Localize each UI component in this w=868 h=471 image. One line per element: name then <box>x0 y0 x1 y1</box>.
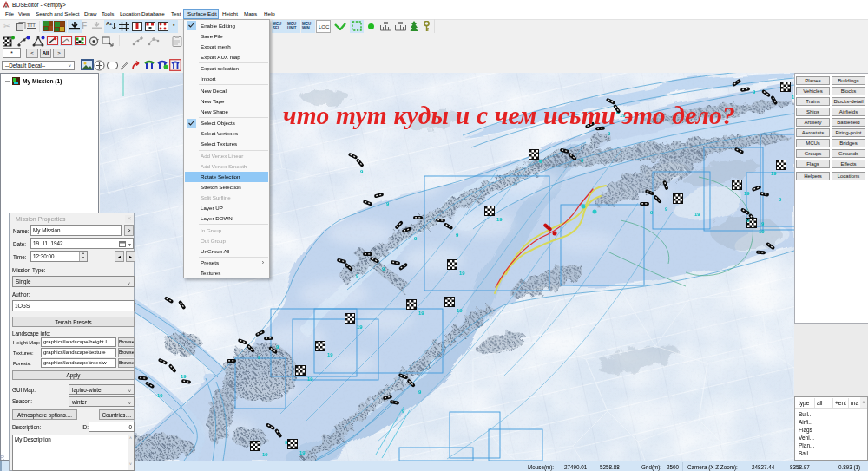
svg-text:19: 19 <box>357 324 363 330</box>
svg-text:10: 10 <box>157 393 163 398</box>
svg-text:19: 19 <box>327 352 333 357</box>
svg-text:19: 19 <box>771 171 777 176</box>
svg-text:19: 19 <box>759 229 765 234</box>
svg-text:19: 19 <box>307 376 313 382</box>
svg-text:19: 19 <box>181 374 187 379</box>
svg-text:19: 19 <box>299 450 306 455</box>
svg-text:19: 19 <box>694 212 700 217</box>
svg-text:19: 19 <box>418 311 424 316</box>
svg-text:19: 19 <box>262 452 268 457</box>
svg-text:19: 19 <box>744 191 750 196</box>
svg-text:19: 19 <box>459 271 465 276</box>
svg-text:19: 19 <box>496 217 503 222</box>
svg-text:19: 19 <box>457 308 463 313</box>
